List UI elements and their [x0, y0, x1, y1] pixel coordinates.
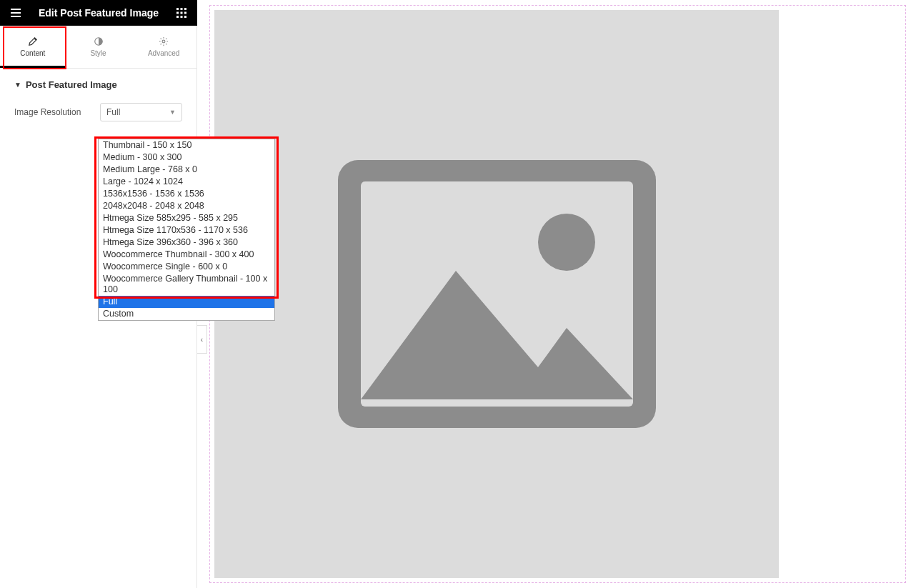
- dropdown-option[interactable]: Woocommerce Single - 600 x 0: [99, 261, 274, 273]
- editor-title: Edit Post Featured Image: [24, 7, 173, 19]
- dropdown-option[interactable]: Full: [99, 296, 274, 308]
- editor-tabs: Content Style Advanced: [0, 26, 196, 69]
- svg-rect-6: [176, 16, 179, 18]
- image-resolution-label: Image Resolution: [14, 107, 93, 117]
- placeholder-image-icon: [338, 160, 656, 428]
- editor-topbar: Edit Post Featured Image: [0, 0, 197, 26]
- sidebar-collapse-handle[interactable]: ‹: [197, 325, 207, 354]
- chevron-left-icon: ‹: [201, 336, 203, 344]
- svg-rect-5: [184, 12, 186, 14]
- svg-rect-8: [184, 16, 186, 18]
- svg-point-10: [162, 40, 165, 43]
- grid-icon: [176, 8, 186, 18]
- tab-content-label: Content: [20, 49, 45, 57]
- svg-rect-7: [181, 16, 183, 18]
- dropdown-option[interactable]: Custom: [99, 308, 274, 320]
- tab-advanced[interactable]: Advanced: [131, 26, 196, 68]
- contrast-icon: [94, 36, 104, 46]
- dropdown-option[interactable]: Large - 1024 x 1024: [99, 176, 274, 188]
- editor-canvas[interactable]: [209, 5, 906, 583]
- pencil-icon: [28, 36, 38, 46]
- dropdown-option[interactable]: Htmega Size 1170x536 - 1170 x 536: [99, 224, 274, 236]
- svg-rect-1: [181, 8, 183, 10]
- dropdown-option[interactable]: Medium - 300 x 300: [99, 151, 274, 164]
- chevron-down-icon: ▼: [169, 109, 176, 116]
- svg-rect-4: [181, 12, 183, 14]
- gear-icon: [159, 36, 169, 46]
- menu-button[interactable]: [7, 4, 24, 21]
- dropdown-option[interactable]: 2048x2048 - 2048 x 2048: [99, 200, 274, 212]
- svg-rect-2: [184, 8, 186, 10]
- control-image-resolution: Image Resolution Full ▼: [0, 97, 196, 127]
- svg-rect-3: [176, 12, 179, 14]
- dropdown-option[interactable]: Woocommerce Thumbnail - 300 x 400: [99, 249, 274, 261]
- dropdown-option[interactable]: Woocommerce Gallery Thumbnail - 100 x 10…: [99, 273, 274, 296]
- dropdown-option[interactable]: Htmega Size 585x295 - 585 x 295: [99, 212, 274, 224]
- image-resolution-select[interactable]: Full ▼: [100, 103, 182, 121]
- image-resolution-dropdown: Thumbnail - 150 x 150Medium - 300 x 300M…: [98, 139, 275, 321]
- tab-style-label: Style: [90, 49, 106, 57]
- image-resolution-value: Full: [106, 107, 120, 117]
- section-toggle-featured-image[interactable]: ▼ Post Featured Image: [0, 69, 196, 97]
- tab-content[interactable]: Content: [0, 26, 66, 68]
- caret-down-icon: ▼: [14, 81, 21, 89]
- svg-rect-0: [176, 8, 179, 10]
- dropdown-option[interactable]: 1536x1536 - 1536 x 1536: [99, 188, 274, 200]
- hamburger-icon: [10, 7, 21, 19]
- tab-advanced-label: Advanced: [148, 49, 179, 57]
- dropdown-option[interactable]: Medium Large - 768 x 0: [99, 164, 274, 176]
- dropdown-option[interactable]: Thumbnail - 150 x 150: [99, 139, 274, 151]
- widgets-button[interactable]: [173, 4, 190, 21]
- featured-image-widget[interactable]: [214, 10, 779, 578]
- tab-style[interactable]: Style: [66, 26, 131, 68]
- svg-point-13: [538, 214, 595, 271]
- section-title: Post Featured Image: [26, 79, 117, 90]
- dropdown-option[interactable]: Htmega Size 396x360 - 396 x 360: [99, 236, 274, 249]
